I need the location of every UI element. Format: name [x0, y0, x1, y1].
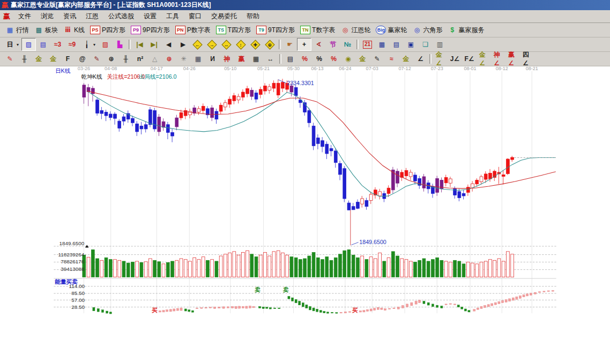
percent-line-button[interactable]: %: [326, 52, 341, 65]
candle-style-dropdown-button[interactable]: ╽▾: [79, 38, 98, 51]
menu-item-1[interactable]: 浏览: [36, 11, 58, 21]
angle-plain-button[interactable]: ∠: [413, 52, 428, 65]
gold-bar-2-button[interactable]: 金: [399, 52, 413, 65]
calculator-button[interactable]: ▦: [375, 38, 389, 51]
wave-red-button[interactable]: ≈: [384, 52, 399, 65]
period-day-dropdown-icon: 日: [5, 40, 14, 49]
angle-measure-button[interactable]: ∢: [311, 38, 326, 51]
gann-expand-v-button[interactable]: ↕: [234, 38, 248, 51]
winner-service-button[interactable]: $赢家服务: [445, 24, 487, 36]
mirror-angle-button[interactable]: △: [147, 52, 162, 65]
pen-line-button[interactable]: ✎: [370, 52, 384, 65]
win-lines-button[interactable]: 赢: [234, 52, 249, 65]
wave-tool-button[interactable]: И: [205, 52, 220, 65]
quotes-label: 行情: [16, 26, 29, 35]
star-wheel-button[interactable]: ✳: [176, 52, 191, 65]
menu-item-2[interactable]: 资讯: [58, 11, 81, 21]
menu-item-8[interactable]: 交易委托: [206, 11, 242, 21]
info-view-button[interactable]: ▤: [36, 38, 50, 51]
circle-arc-button[interactable]: ⊕: [104, 52, 118, 65]
draw-pen-button[interactable]: ✎: [3, 52, 17, 65]
gold-bar-button[interactable]: 金: [355, 52, 370, 65]
chart-area[interactable]: 03-2604-0804-1704-2605-1005-2105-3006-13…: [0, 66, 610, 364]
prev-bar-button[interactable]: ◀: [161, 38, 176, 51]
f-angle-button[interactable]: F∠: [462, 52, 477, 65]
menu-item-6[interactable]: 工具: [161, 11, 184, 21]
gann-wheel-button[interactable]: ◎江恩轮: [338, 24, 373, 36]
j-angle-button[interactable]: J∠: [448, 52, 462, 65]
percent-button[interactable]: %: [312, 52, 326, 65]
goto-last-button[interactable]: ▶|: [147, 38, 161, 51]
menu-item-7[interactable]: 窗口: [184, 11, 206, 21]
gann-step-left-button[interactable]: ←: [190, 38, 205, 51]
winner-wheel-button[interactable]: Big赢家轮: [373, 24, 410, 36]
gold-angle-2-button[interactable]: 金∠: [477, 52, 491, 65]
gann-lines-button[interactable]: ╫: [17, 52, 32, 65]
t-square-button[interactable]: TST四方形: [213, 24, 254, 36]
gann-all-button[interactable]: ⊕: [263, 38, 277, 51]
scale-panel-button[interactable]: ▤: [283, 52, 297, 65]
gold-circle-button[interactable]: ◉: [341, 52, 355, 65]
kline-chart[interactable]: 03-2604-0804-1704-2605-1005-2105-3006-13…: [0, 66, 610, 364]
circle-arc-icon: ⊕: [107, 55, 116, 63]
number-table-button[interactable]: №: [340, 38, 355, 51]
scale-labels: 1849.65001182392647882617639413088114.00…: [58, 240, 85, 310]
goto-first-button[interactable]: |◀: [132, 38, 147, 51]
kline-label: K线: [74, 26, 85, 35]
notes-button[interactable]: ▤: [389, 38, 404, 51]
save-button[interactable]: ▣: [404, 38, 418, 51]
period-day-dropdown-button[interactable]: 日▾: [3, 38, 21, 51]
quotes-button[interactable]: ▦行情: [3, 24, 32, 36]
pan-hand-button[interactable]: ☛: [282, 38, 297, 51]
percent-red-button[interactable]: %: [297, 52, 312, 65]
crosshair-button[interactable]: +: [297, 38, 311, 51]
sectors-button[interactable]: ▩板块: [32, 24, 61, 36]
n-square-button[interactable]: n²: [133, 52, 147, 65]
9p-square-button[interactable]: P99P四方形: [128, 24, 173, 36]
angle-measure-icon: ∢: [314, 40, 323, 49]
kline-button[interactable]: ⅲK线: [61, 24, 87, 36]
sectors-label: 板块: [45, 26, 58, 35]
snapshot-button[interactable]: ❏: [418, 38, 433, 51]
four-angle-button[interactable]: 四∠: [520, 52, 534, 65]
overview-map-button[interactable]: ▨: [21, 38, 36, 51]
menu-item-3[interactable]: 江恩: [81, 11, 103, 21]
chart-3-view-button[interactable]: ≈3: [50, 38, 65, 51]
red-circle-cross-button[interactable]: ⊕: [162, 52, 176, 65]
draw-pen-2-button[interactable]: ✎: [90, 52, 104, 65]
chart-9-view-button[interactable]: ≈9: [65, 38, 79, 51]
menu-item-0[interactable]: 文件: [13, 11, 36, 21]
system-tools-button[interactable]: ▥: [433, 38, 447, 51]
toolbar-separator: [279, 40, 281, 49]
pen-line-icon: ✎: [373, 55, 382, 63]
p-square-button[interactable]: PSP四方形: [87, 24, 128, 36]
gold-lines-2-button[interactable]: 金: [46, 52, 61, 65]
map-red-button[interactable]: ▨: [98, 38, 113, 51]
gann-cross-button[interactable]: ✚: [248, 38, 263, 51]
menu-item-4[interactable]: 公式选股: [103, 11, 139, 21]
gann-expand-h-button[interactable]: ↔: [219, 38, 234, 51]
shen-lines-button[interactable]: 神: [220, 52, 234, 65]
t-number-table-button[interactable]: TNT数字表: [297, 24, 338, 36]
gann-lines-icon: ╫: [20, 55, 29, 63]
width-measure-button[interactable]: ↔: [263, 52, 278, 65]
spiral-button[interactable]: @: [75, 52, 90, 65]
volume-style-button[interactable]: ▙: [113, 38, 127, 51]
gold-angle-button[interactable]: 金∠: [433, 52, 448, 65]
hexagon-button[interactable]: ◎六角形: [410, 24, 445, 36]
win-angle-button[interactable]: 赢∠: [505, 52, 520, 65]
line-cluster-button[interactable]: ╫: [118, 52, 133, 65]
calendar-21-button[interactable]: 21: [360, 38, 375, 51]
menu-item-9[interactable]: 帮助: [242, 11, 264, 21]
p-number-table-button[interactable]: PNP数字表: [173, 24, 213, 36]
gold-lines-1-button[interactable]: 金: [32, 52, 46, 65]
fibonacci-lines-button[interactable]: F: [61, 52, 75, 65]
web-grid-button[interactable]: ▦: [191, 52, 205, 65]
next-bar-button[interactable]: ▶: [176, 38, 190, 51]
festival-marker-button[interactable]: 节: [326, 38, 340, 51]
grid-123-button[interactable]: ▦: [249, 52, 263, 65]
gann-step-right-button[interactable]: →: [205, 38, 219, 51]
shen-angle-button[interactable]: 神∠: [491, 52, 505, 65]
9t-square-button[interactable]: T99T四方形: [254, 24, 297, 36]
menu-item-5[interactable]: 设置: [139, 11, 161, 21]
